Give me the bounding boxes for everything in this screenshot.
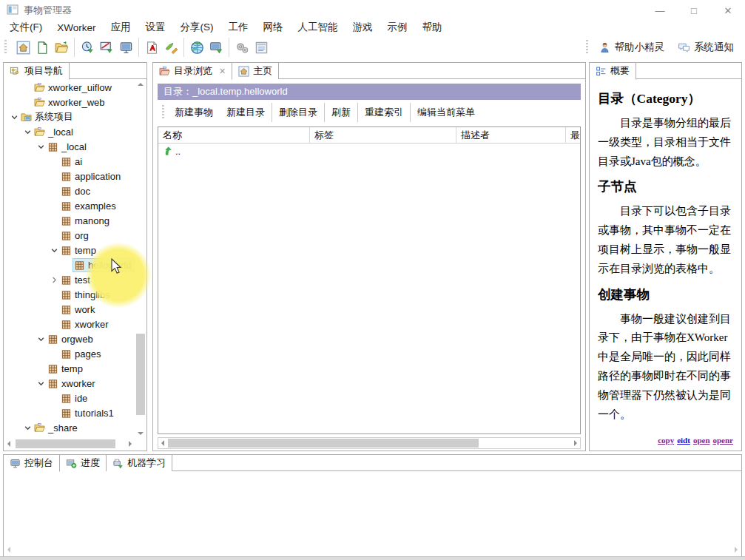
toolbar-grip[interactable] [162,105,164,120]
open-folder-button[interactable] [52,38,71,57]
scroll-left-arrow[interactable] [161,440,164,446]
outline-link-eidt[interactable]: eidt [677,436,690,445]
new-file-button[interactable] [33,38,52,57]
menu-item[interactable]: XWorker [50,21,103,35]
table-horizontal-scrollbar[interactable] [158,437,581,449]
toolbar-grip[interactable] [4,40,7,55]
chevron-down-icon[interactable] [49,245,60,256]
tree-node-xworker_uiflow[interactable]: xworker_uiflow [33,81,114,94]
maximize-button[interactable]: □ [677,0,711,21]
scroll-up-arrow[interactable] [138,83,144,86]
tree-node-application[interactable]: application [60,170,123,183]
tree-node-work[interactable]: work [60,303,97,316]
menu-item[interactable]: 应用 [104,19,138,36]
scrollbar-thumb[interactable] [136,334,145,415]
chevron-down-icon[interactable] [36,378,47,389]
outline-link-open[interactable]: open [693,436,710,445]
scroll-down-arrow[interactable] [138,432,144,435]
chevron-down-icon[interactable] [22,126,33,138]
flash-file-button[interactable] [142,38,161,57]
menu-item[interactable]: 帮助 [415,19,450,36]
chart-run-button[interactable] [97,38,116,57]
action-button-新建事物[interactable]: 新建事物 [168,104,220,121]
scrollbar-thumb[interactable] [16,439,115,448]
minimize-button[interactable]: — [643,0,677,21]
tree-vertical-scrollbar[interactable] [135,80,146,438]
outline-link-copy[interactable]: copy [658,436,674,445]
tab-进度[interactable]: 进度 [60,455,107,471]
menu-item[interactable]: 设置 [138,19,173,36]
tree-node-manong[interactable]: manong [60,215,112,227]
globe-button[interactable] [187,38,206,57]
tree-node-doc[interactable]: doc [60,185,92,198]
tab-机器学习[interactable]: 机器学习 [107,455,172,471]
monitor-button[interactable] [116,38,135,57]
chevron-down-icon[interactable] [22,422,33,434]
notice-bubble-button[interactable]: 系统通知 [671,41,741,54]
paint-edit-button[interactable] [161,38,181,57]
tree-node-test[interactable]: test [60,274,92,286]
tree-node-xworker_web[interactable]: xworker_web [33,96,107,109]
tab-outline[interactable]: 概要 [590,63,636,80]
home-button[interactable] [13,38,33,57]
outline-link-openr[interactable]: openr [713,436,734,445]
tree-node-xworker[interactable]: xworker [47,377,98,390]
tree-node-examples[interactable]: examples [60,200,118,212]
chevron-down-icon[interactable] [36,141,47,152]
action-button-编辑当前菜单[interactable]: 编辑当前菜单 [411,104,482,121]
scroll-right-arrow[interactable] [574,440,577,446]
tree-node-helloworld[interactable]: helloworld [73,259,134,271]
services-button[interactable] [232,38,252,57]
table-row[interactable]: .. [158,144,580,158]
menu-item[interactable]: 网络 [256,19,291,36]
action-button-重建索引[interactable]: 重建索引 [358,104,410,121]
tree-node-系统项目[interactable]: 系统项目 [20,109,75,124]
tree-node-_share[interactable]: _share [33,422,80,434]
tree-node-orgweb[interactable]: orgweb [47,333,95,345]
tree-node-_local[interactable]: _local [47,141,89,153]
action-button-删除目录[interactable]: 删除目录 [272,104,324,121]
tab-主页[interactable]: 主页 [232,63,279,79]
tree-node-_local[interactable]: _local [33,126,75,138]
scrollbar-thumb[interactable] [168,439,479,448]
helper-person-button[interactable]: 帮助小精灵 [592,41,672,54]
scroll-right-arrow[interactable] [735,547,738,553]
column-header-描述者[interactable]: 描述者 [456,127,566,143]
toolbar-grip[interactable] [586,40,588,55]
tree-node-tutorials1[interactable]: tutorials1 [60,407,116,419]
tree-node-thinglibs[interactable]: thinglibs [60,289,112,301]
tree-node-temp[interactable]: temp [47,362,85,375]
menu-item[interactable]: 游戏 [345,19,380,36]
tree-node-ai[interactable]: ai [60,155,84,168]
console-horizontal-scrollbar[interactable] [4,544,741,556]
tree-node-ide[interactable]: ide [60,392,90,405]
tab-project-nav[interactable]: 项目导航 [4,63,70,80]
action-button-刷新[interactable]: 刷新 [325,104,357,121]
clock-run-button[interactable] [78,38,97,57]
tree-node-pages[interactable]: pages [60,348,103,360]
tab-目录浏览[interactable]: 目录浏览✕ [153,63,232,80]
scroll-right-arrow[interactable] [129,441,132,447]
scroll-left-arrow[interactable] [7,441,10,447]
action-button-新建目录[interactable]: 新建目录 [220,104,272,121]
chevron-down-icon[interactable] [9,112,20,123]
column-header-标签[interactable]: 标签 [310,127,456,143]
menu-item[interactable]: 工作 [221,19,256,36]
tree-node-partial[interactable] [47,436,64,439]
tree-node-xworker[interactable]: xworker [60,318,111,331]
column-header-名称[interactable]: 名称 [158,127,310,143]
menu-item[interactable]: 示例 [380,19,415,36]
close-icon[interactable]: ✕ [219,67,226,76]
menu-item[interactable]: 文件(F) [2,19,50,36]
column-header-最后[interactable]: 最后 [566,127,581,143]
monitor-go-button[interactable] [206,38,226,57]
chevron-down-icon[interactable] [36,334,47,345]
tree-node-org[interactable]: org [60,229,91,242]
menu-item[interactable]: 分享(S) [173,19,221,36]
report-button[interactable] [252,38,271,57]
tree-node-temp[interactable]: temp [60,244,98,257]
chevron-right-icon[interactable] [49,274,60,286]
scroll-left-arrow[interactable] [7,547,10,553]
tree-horizontal-scrollbar[interactable] [4,439,135,450]
menu-item[interactable]: 人工智能 [291,19,345,36]
